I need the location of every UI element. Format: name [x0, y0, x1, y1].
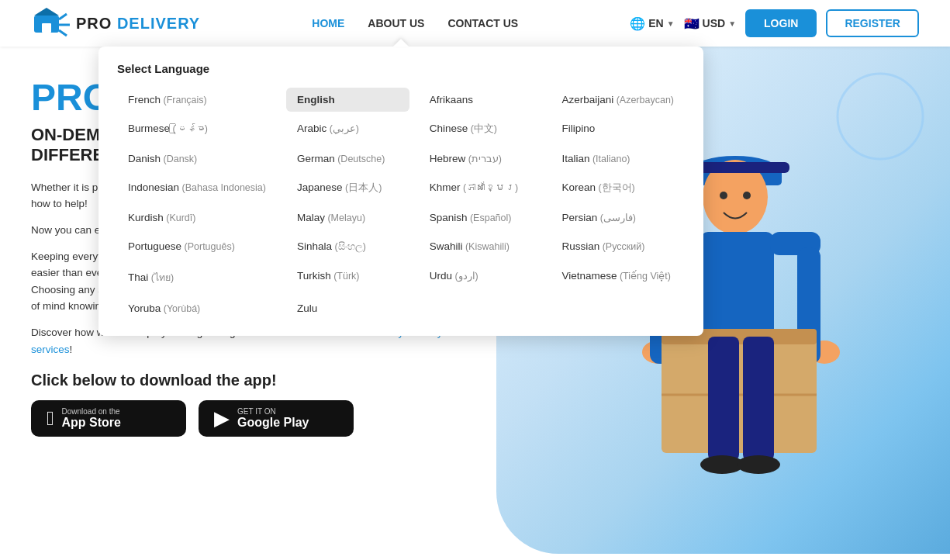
lang-option-urdu[interactable]: Urdu (اردو) — [419, 264, 542, 292]
lang-option-sinhala[interactable]: Sinhala (සිංහල) — [286, 234, 409, 259]
googleplay-main: Google Play — [237, 416, 309, 430]
lang-option-khmer[interactable]: Khmer (ភាសាខ្មែរ) — [419, 175, 542, 201]
lang-option-swahili[interactable]: Swahili (Kiswahili) — [419, 234, 542, 259]
svg-point-27 — [838, 74, 923, 159]
lang-option-portuguese[interactable]: Portuguese (Português) — [117, 234, 277, 259]
lang-option-hebrew[interactable]: Hebrew (עברית) — [419, 147, 542, 171]
appstore-button[interactable]:  Download on the App Store — [31, 400, 186, 437]
logo-text: PRO DELIVERY — [76, 15, 200, 33]
login-button[interactable]: LOGIN — [745, 9, 817, 37]
appstore-main: App Store — [62, 416, 121, 430]
lang-option-burmese[interactable]: Burmese (မြန်မာ) — [117, 116, 277, 142]
lang-option-russian[interactable]: Russian (Русский) — [551, 234, 685, 259]
language-button[interactable]: 🌐 EN ▼ — [630, 16, 674, 31]
chevron-down-icon-2: ▼ — [728, 19, 736, 28]
lang-option-japanese[interactable]: Japanese (日本人) — [286, 175, 409, 201]
nav-contact[interactable]: CONTACT US — [447, 17, 518, 29]
svg-line-3 — [59, 14, 67, 19]
app-buttons:  Download on the App Store ▶ GET IT ON … — [31, 400, 465, 437]
apple-icon:  — [47, 406, 54, 430]
svg-point-11 — [743, 192, 751, 199]
header: PRO DELIVERY HOME ABOUT US CONTACT US 🌐 … — [0, 0, 950, 47]
lang-option-german[interactable]: German (Deutsche) — [286, 147, 409, 171]
googleplay-text: GET IT ON Google Play — [237, 407, 309, 430]
svg-rect-23 — [708, 337, 739, 461]
lang-option-afrikaans[interactable]: Afrikaans — [419, 88, 542, 112]
svg-rect-24 — [743, 337, 774, 461]
lang-option-french[interactable]: French (Français) — [117, 88, 277, 112]
download-title: Click below to download the app! — [31, 372, 465, 389]
googleplay-button[interactable]: ▶ GET IT ON Google Play — [199, 400, 354, 437]
lang-option-turkish[interactable]: Turkish (Türk) — [286, 264, 409, 292]
flag-icon: 🇦🇺 — [684, 16, 700, 31]
lang-option-arabic[interactable]: Arabic (عربي) — [286, 116, 409, 142]
lang-option-english[interactable]: English — [286, 88, 409, 112]
chevron-down-icon: ▼ — [667, 19, 675, 28]
lang-label: EN — [648, 17, 663, 29]
lang-option-malay[interactable]: Malay (Melayu) — [286, 206, 409, 230]
header-right: 🌐 EN ▼ 🇦🇺 USD ▼ LOGIN REGISTER — [630, 9, 919, 37]
lang-option-chinese[interactable]: Chinese (中文) — [419, 116, 542, 142]
logo-icon — [31, 8, 70, 39]
lang-option-danish[interactable]: Danish (Dansk) — [117, 147, 277, 171]
svg-point-26 — [737, 455, 780, 474]
language-dropdown-panel: Select Language French (Français)English… — [98, 47, 703, 336]
dropdown-title: Select Language — [117, 62, 685, 75]
register-button[interactable]: REGISTER — [826, 9, 919, 37]
currency-label: USD — [703, 17, 726, 29]
decoration-circle — [834, 70, 927, 163]
lang-option-zulu[interactable]: Zulu — [286, 296, 409, 320]
svg-rect-12 — [700, 232, 774, 340]
lang-option-indonesian[interactable]: Indonesian (Bahasa Indonesia) — [117, 175, 277, 201]
dropdown-arrow — [393, 39, 409, 47]
lang-option-thai[interactable]: Thai (ไทย) — [117, 264, 277, 292]
appstore-sub: Download on the — [62, 407, 121, 416]
lang-option-italian[interactable]: Italian (Italiano) — [551, 147, 685, 171]
lang-option-filipino[interactable]: Filipino — [551, 116, 685, 142]
nav-home[interactable]: HOME — [312, 17, 344, 29]
svg-rect-9 — [689, 162, 789, 173]
appstore-text: Download on the App Store — [62, 407, 121, 430]
currency-button[interactable]: 🇦🇺 USD ▼ — [684, 16, 736, 31]
googleplay-sub: GET IT ON — [237, 407, 309, 416]
main-nav: HOME ABOUT US CONTACT US — [312, 17, 518, 29]
googleplay-icon: ▶ — [214, 406, 230, 430]
nav-about[interactable]: ABOUT US — [368, 17, 424, 29]
globe-icon: 🌐 — [630, 16, 645, 31]
lang-option-kurdish[interactable]: Kurdish (Kurdî) — [117, 206, 277, 230]
lang-option-yoruba[interactable]: Yoruba (Yorùbá) — [117, 296, 277, 320]
lang-option-persian[interactable]: Persian (فارسی) — [551, 206, 685, 230]
lang-option-spanish[interactable]: Spanish (Español) — [419, 206, 542, 230]
language-dropdown: Select Language French (Français)English… — [98, 47, 703, 336]
lang-option-azerbaijani[interactable]: Azerbaijani (Azerbaycan) — [551, 88, 685, 112]
svg-marker-1 — [34, 8, 59, 16]
logo-delivery: DELIVERY — [117, 15, 200, 32]
logo: PRO DELIVERY — [31, 8, 200, 39]
lang-option-korean[interactable]: Korean (한국어) — [551, 175, 685, 201]
language-grid: French (Français)EnglishAfrikaansAzerbai… — [117, 88, 685, 320]
lang-option-vietnamese[interactable]: Vietnamese (Tiếng Việt) — [551, 264, 685, 292]
svg-rect-2 — [42, 23, 51, 33]
logo-pro: PRO — [76, 15, 112, 32]
svg-point-10 — [720, 192, 727, 199]
svg-line-5 — [59, 30, 67, 36]
